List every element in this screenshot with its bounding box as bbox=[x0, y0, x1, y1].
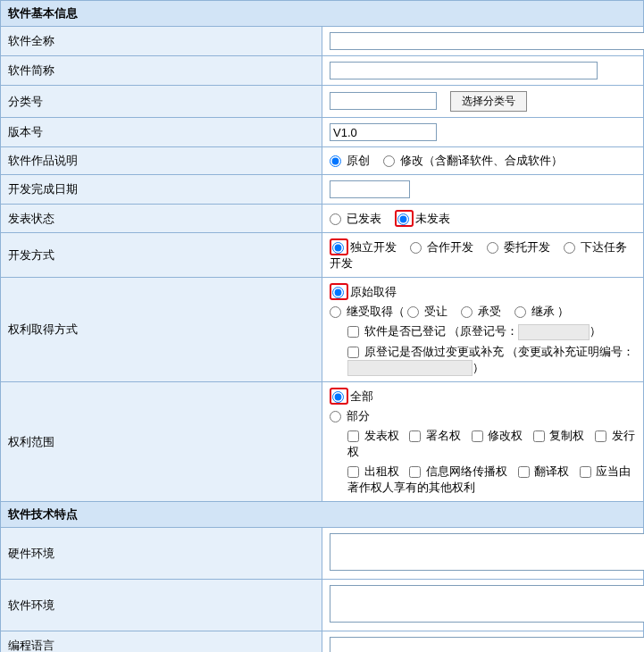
radio-dev-collab[interactable]: 合作开发 bbox=[410, 240, 473, 254]
label-language: 编程语言 bbox=[1, 631, 322, 652]
chk-publish-right[interactable]: 发表权 bbox=[347, 429, 399, 442]
radio-original-obtain-input[interactable] bbox=[332, 287, 344, 298]
text-close-paren-3: ） bbox=[473, 361, 484, 374]
input-full-name[interactable] bbox=[330, 32, 644, 50]
cell-rights-obtain: 原始取得 继受取得（ 受让 承受 继承 ） 软件是否已登记 （原登记号：） 原登… bbox=[322, 278, 644, 382]
label-version: 版本号 bbox=[1, 118, 322, 147]
chk-modify-right[interactable]: 修改权 bbox=[472, 429, 523, 442]
chk-rent-right[interactable]: 出租权 bbox=[347, 464, 399, 478]
radio-original-label: 原创 bbox=[347, 154, 370, 167]
label-rights-obtain: 权利取得方式 bbox=[1, 278, 322, 382]
textarea-software[interactable] bbox=[330, 585, 644, 623]
cell-category: 选择分类号 bbox=[322, 86, 644, 118]
radio-sub-transfer-label: 受让 bbox=[424, 305, 447, 318]
chk-copy-right[interactable]: 复制权 bbox=[533, 429, 585, 442]
radio-dev-solo-label: 独立开发 bbox=[350, 240, 397, 254]
cell-version bbox=[322, 118, 644, 147]
cell-full-name bbox=[322, 27, 644, 56]
radio-dev-commission-label: 委托开发 bbox=[504, 240, 550, 254]
radio-original-obtain-label: 原始取得 bbox=[350, 285, 397, 298]
radio-dev-commission[interactable]: 委托开发 bbox=[487, 240, 550, 254]
chk-network-right[interactable]: 信息网络传播权 bbox=[409, 464, 507, 478]
text-close-paren-2: ） bbox=[590, 324, 601, 338]
input-complete-date[interactable] bbox=[330, 180, 410, 198]
radio-modified-label: 修改（含翻译软件、合成软件） bbox=[400, 154, 563, 167]
chk-translate-right[interactable]: 翻译权 bbox=[518, 464, 570, 478]
cell-short-name bbox=[322, 56, 644, 86]
label-category: 分类号 bbox=[1, 86, 322, 118]
chk-changed-label: 原登记是否做过变更或补充 （变更或补充证明编号： bbox=[364, 345, 635, 358]
radio-dev-collab-label: 合作开发 bbox=[427, 240, 473, 254]
cell-dev-mode: 独立开发 合作开发 委托开发 下达任务开发 bbox=[322, 233, 644, 278]
cell-publish-status: 已发表 未发表 bbox=[322, 205, 644, 233]
radio-original[interactable]: 原创 bbox=[330, 154, 370, 167]
chk-sign-right[interactable]: 署名权 bbox=[409, 429, 461, 442]
radio-sub-inherit[interactable]: 继承 bbox=[514, 305, 555, 318]
chk-changed[interactable]: 原登记是否做过变更或补充 （变更或补充证明编号： bbox=[347, 345, 634, 358]
radio-published-label: 已发表 bbox=[347, 212, 381, 225]
label-complete-date: 开发完成日期 bbox=[1, 175, 322, 205]
cell-language bbox=[322, 631, 644, 652]
chk-registered-label: 软件是否已登记 （原登记号： bbox=[364, 324, 519, 338]
label-publish-status: 发表状态 bbox=[1, 205, 322, 233]
radio-inherit-obtain-label: 继受取得（ bbox=[347, 305, 405, 318]
cell-complete-date bbox=[322, 175, 644, 205]
section-tech-features: 软件技术特点 bbox=[1, 502, 644, 528]
label-software: 软件环境 bbox=[1, 580, 322, 631]
radio-modified[interactable]: 修改（含翻译软件、合成软件） bbox=[383, 154, 563, 167]
button-select-category[interactable]: 选择分类号 bbox=[450, 91, 527, 112]
radio-scope-all-input[interactable] bbox=[332, 391, 344, 403]
input-version[interactable] bbox=[330, 123, 437, 141]
textarea-hardware[interactable] bbox=[330, 533, 644, 571]
radio-scope-partial[interactable]: 部分 bbox=[330, 409, 370, 422]
radio-scope-partial-label: 部分 bbox=[347, 409, 370, 422]
chk-registered[interactable]: 软件是否已登记 （原登记号： bbox=[347, 324, 518, 338]
text-close-paren-1: ） bbox=[557, 305, 569, 318]
radio-sub-inherit-label: 继承 bbox=[531, 305, 555, 318]
input-category[interactable] bbox=[330, 92, 437, 110]
box-change-no bbox=[347, 360, 473, 376]
section-basic-info: 软件基本信息 bbox=[1, 1, 644, 27]
cell-software bbox=[322, 580, 644, 631]
radio-inherit-obtain[interactable]: 继受取得（ bbox=[330, 305, 405, 318]
radio-published[interactable]: 已发表 bbox=[330, 212, 381, 225]
cell-hardware bbox=[322, 528, 644, 580]
input-short-name[interactable] bbox=[330, 62, 598, 79]
radio-unpublished-input[interactable] bbox=[397, 213, 409, 225]
radio-dev-solo-input[interactable] bbox=[332, 242, 344, 254]
label-dev-mode: 开发方式 bbox=[1, 233, 322, 278]
input-language[interactable] bbox=[330, 637, 644, 652]
label-short-name: 软件简称 bbox=[1, 56, 322, 86]
label-rights-scope: 权利范围 bbox=[1, 382, 322, 502]
cell-rights-scope: 全部 部分 发表权 署名权 修改权 复制权 发行权 出租权 信息网络传播权 翻译… bbox=[322, 382, 644, 502]
label-work-desc: 软件作品说明 bbox=[1, 147, 322, 175]
box-reg-no bbox=[518, 324, 590, 340]
radio-unpublished-label: 未发表 bbox=[415, 212, 450, 225]
label-full-name: 软件全称 bbox=[1, 27, 322, 56]
cell-work-desc: 原创 修改（含翻译软件、合成软件） bbox=[322, 147, 644, 175]
radio-scope-all-label: 全部 bbox=[350, 389, 373, 403]
label-hardware: 硬件环境 bbox=[1, 528, 322, 580]
radio-sub-transfer[interactable]: 受让 bbox=[407, 305, 447, 318]
radio-sub-bear-label: 承受 bbox=[478, 305, 501, 318]
radio-sub-bear[interactable]: 承受 bbox=[461, 305, 501, 318]
